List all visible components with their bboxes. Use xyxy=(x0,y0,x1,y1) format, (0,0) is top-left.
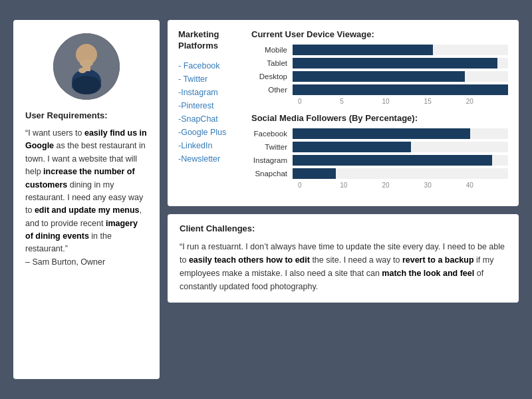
bar-row: Mobile xyxy=(251,45,508,55)
bar-fill xyxy=(293,155,492,166)
bar-label: Desktop xyxy=(251,72,293,80)
bar-row: Snapchat xyxy=(251,168,508,179)
axis-label: 20 xyxy=(466,98,508,105)
bar-label: Twitter xyxy=(251,143,293,151)
marketing-link[interactable]: -LinkedIn xyxy=(178,141,245,150)
bar-track xyxy=(293,84,508,95)
bar-row: Facebook xyxy=(251,128,508,139)
social-chart-title: Social Media Followers (By Percentage): xyxy=(251,113,508,123)
bar-label: Facebook xyxy=(251,130,293,138)
axis-label: 10 xyxy=(382,98,424,105)
axis-label: 20 xyxy=(382,182,424,189)
bar-track xyxy=(293,142,508,152)
bar-fill xyxy=(293,58,497,68)
user-req-text: “I want users to easily find us in Googl… xyxy=(25,127,148,269)
axis-label: 30 xyxy=(424,182,466,189)
bar-track xyxy=(293,155,508,166)
bar-label: Other xyxy=(251,86,293,94)
bar-fill xyxy=(293,45,433,55)
top-right-card: Marketing Platforms - Facebook- Twitter-… xyxy=(168,20,519,206)
marketing-link[interactable]: - Twitter xyxy=(178,74,245,84)
bar-row: Twitter xyxy=(251,142,508,152)
bar-label: Mobile xyxy=(251,46,293,54)
marketing-link[interactable]: -Newsletter xyxy=(178,154,245,164)
bar-row: Desktop xyxy=(251,71,508,82)
svg-point-6 xyxy=(72,76,101,94)
chart-axis: 010203040 xyxy=(298,182,508,189)
left-card: User Requirements: “I want users to easi… xyxy=(13,20,160,379)
marketing-title: Marketing Platforms xyxy=(178,29,245,52)
avatar-wrapper xyxy=(25,33,148,100)
device-chart-title: Current User Device Viewage: xyxy=(251,29,508,39)
svg-point-5 xyxy=(80,59,93,67)
bar-fill xyxy=(293,168,336,179)
client-text: “I run a restuarnt. I don’t always have … xyxy=(180,240,507,293)
axis-label: 40 xyxy=(466,182,508,189)
bar-fill xyxy=(293,142,411,152)
bar-row: Tablet xyxy=(251,58,508,68)
page-container: User Requirements: “I want users to easi… xyxy=(13,20,519,379)
marketing-link[interactable]: -Instagram xyxy=(178,88,245,97)
bar-track xyxy=(293,128,508,139)
client-challenges-card: Client Challenges: “I run a restuarnt. I… xyxy=(168,214,519,303)
bar-label: Instagram xyxy=(251,156,293,164)
bar-fill xyxy=(293,128,470,139)
svg-point-7 xyxy=(78,68,86,73)
bar-track xyxy=(293,45,508,55)
client-title: Client Challenges: xyxy=(180,223,507,233)
charts-column: Current User Device Viewage: MobileTable… xyxy=(251,29,508,197)
avatar xyxy=(53,33,120,100)
marketing-link[interactable]: -Pinterest xyxy=(178,101,245,110)
axis-label: 0 xyxy=(298,182,340,189)
marketing-link[interactable]: -SnapChat xyxy=(178,114,245,124)
axis-label: 0 xyxy=(298,98,340,105)
marketing-links: - Facebook- Twitter-Instagram-Pinterest-… xyxy=(178,61,245,164)
axis-label: 15 xyxy=(424,98,466,105)
social-chart: Social Media Followers (By Percentage): … xyxy=(251,113,508,189)
marketing-link[interactable]: - Facebook xyxy=(178,61,245,70)
bar-label: Snapchat xyxy=(251,170,293,178)
axis-label: 10 xyxy=(340,182,382,189)
user-req-title: User Requirements: xyxy=(25,110,108,120)
bar-row: Instagram xyxy=(251,155,508,166)
bar-fill xyxy=(293,71,465,82)
bar-track xyxy=(293,58,508,68)
social-bar-chart: FacebookTwitterInstagramSnapchat01020304… xyxy=(251,128,508,189)
device-chart: Current User Device Viewage: MobileTable… xyxy=(251,29,508,105)
marketing-platforms: Marketing Platforms - Facebook- Twitter-… xyxy=(178,29,251,197)
marketing-link[interactable]: -Google Plus xyxy=(178,128,245,137)
bar-track xyxy=(293,71,508,82)
right-side: Marketing Platforms - Facebook- Twitter-… xyxy=(168,20,519,379)
bar-label: Tablet xyxy=(251,59,293,67)
bar-fill xyxy=(293,84,508,95)
chart-axis: 05101520 xyxy=(298,98,508,105)
device-bar-chart: MobileTabletDesktopOther05101520 xyxy=(251,45,508,105)
axis-label: 5 xyxy=(340,98,382,105)
bar-track xyxy=(293,168,508,179)
bar-row: Other xyxy=(251,84,508,95)
